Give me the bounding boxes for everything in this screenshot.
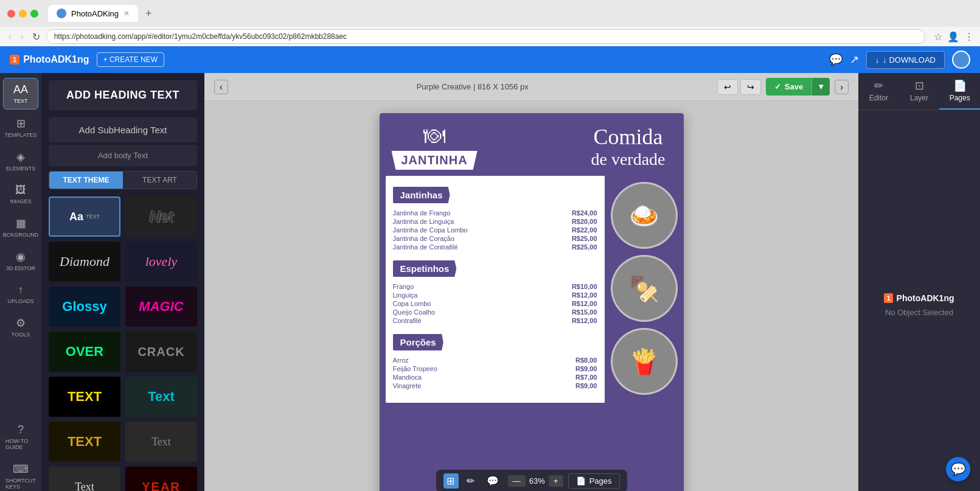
forward-btn[interactable]: › xyxy=(18,30,26,43)
tab-close-btn[interactable]: ✕ xyxy=(123,9,130,18)
text-style-default[interactable]: Aa TEXT xyxy=(49,197,120,237)
pages-button[interactable]: 📄 Pages xyxy=(568,473,620,489)
browser-maximize-btn[interactable] xyxy=(30,10,38,18)
text-style-text-gray[interactable]: Text xyxy=(125,422,197,462)
shortcuts-icon: ⌨ xyxy=(13,462,29,476)
canvas-next-btn[interactable]: › xyxy=(835,80,849,94)
howto-label: How-To Guide xyxy=(5,438,36,450)
text-style-over[interactable]: OVER xyxy=(49,332,120,372)
address-bar[interactable]: https://photoadking.com/app/#/editor/1ym… xyxy=(46,29,925,44)
save-main-button[interactable]: ✓ Save xyxy=(766,78,811,96)
tab-pages[interactable]: 📄 Pages xyxy=(939,73,980,110)
item-price: R$12,00 xyxy=(572,291,597,299)
tab-text-art[interactable]: TEXT ART xyxy=(123,172,196,189)
item-name: Linguiça xyxy=(393,291,418,299)
glossy-preview: Glossy xyxy=(62,299,106,315)
right-panel-content: 1 PhotoADK1ng No Object Selected xyxy=(858,110,980,491)
user-avatar[interactable] xyxy=(952,50,970,69)
profile-icon[interactable]: 👤 xyxy=(947,31,959,43)
tab-layer[interactable]: ⊡ Layer xyxy=(899,73,940,110)
text-style-diamond[interactable]: Diamond xyxy=(49,242,120,282)
sidebar-item-howto[interactable]: ? How-To Guide xyxy=(3,419,38,455)
sidebar-item-tools[interactable]: ⚙ TOOLS xyxy=(3,312,38,343)
menu-item: Queijo Coalho R$15,00 xyxy=(393,308,597,316)
text-style-text-teal[interactable]: Text xyxy=(125,377,197,417)
browser-minimize-btn[interactable] xyxy=(19,10,27,18)
tab-editor[interactable]: ✏ Editor xyxy=(858,73,899,110)
back-btn[interactable]: ‹ xyxy=(6,30,14,43)
browser-tab[interactable]: PhotoADKing ✕ xyxy=(48,5,138,22)
text-style-lovely[interactable]: lovely xyxy=(125,242,197,282)
item-price: R$22,00 xyxy=(572,226,597,234)
app-header: 1 PhotoADK1ng + CREATE NEW 💬 ↗ ↓ ↓ DOWNL… xyxy=(0,46,980,73)
new-tab-btn[interactable]: + xyxy=(145,8,152,19)
menu-item: Jantinha de Coração R$25,00 xyxy=(393,235,597,242)
url-text: https://photoadking.com/app/#/editor/1ym… xyxy=(54,32,347,41)
add-body-button[interactable]: Add body Text xyxy=(49,145,197,166)
grid-view-btn[interactable]: ⊞ xyxy=(443,473,458,489)
pages-label: Pages xyxy=(589,476,612,486)
item-name: Jantinha de Linguiça xyxy=(393,218,454,225)
item-price: R$25,00 xyxy=(572,243,597,251)
sidebar-item-text[interactable]: Aa TEXT xyxy=(3,78,38,110)
text-style-text-yellow[interactable]: TEXT xyxy=(49,377,120,417)
menu-body: Jantinhas Jantinha de Frango R$24,00 Jan… xyxy=(380,176,684,403)
text-style-magic[interactable]: MAGIC xyxy=(125,287,197,327)
design-canvas[interactable]: 🍽 JANTINHA Comida de verdade xyxy=(380,113,684,491)
sidebar-item-uploads[interactable]: ↑ UPLOADS xyxy=(3,279,38,309)
comments-icon-btn[interactable]: 💬 xyxy=(829,53,843,66)
add-subheading-button[interactable]: Add SubHeading Text xyxy=(49,117,197,142)
item-price: R$25,00 xyxy=(572,235,597,242)
porcoes-label: Porções xyxy=(400,337,436,347)
browser-action-icons: ☆ 👤 ⋮ xyxy=(934,31,974,43)
redo-button[interactable]: ↪ xyxy=(740,79,761,95)
zoom-in-btn[interactable]: + xyxy=(549,475,563,487)
menu-item: Jantinha de Linguiça R$20,00 xyxy=(393,218,597,225)
text-teal-preview: Text xyxy=(148,389,175,405)
text-style-year[interactable]: YEAR xyxy=(125,467,197,491)
create-new-button[interactable]: + CREATE NEW xyxy=(97,52,164,67)
browser-close-btn[interactable] xyxy=(7,10,15,18)
undo-button[interactable]: ↩ xyxy=(717,79,738,95)
menu-section-jantinhas: Jantinhas Jantinha de Frango R$24,00 Jan… xyxy=(393,183,597,251)
sidebar-item-images[interactable]: 🖼 IMAGES xyxy=(3,179,38,209)
tab-text-theme[interactable]: TEXT THEME xyxy=(49,172,123,189)
item-price: R$12,00 xyxy=(572,300,597,307)
sidebar-item-shortcuts[interactable]: ⌨ Shortcut Keys xyxy=(3,458,38,491)
item-name: Copa Lombo xyxy=(393,300,431,307)
text-style-net[interactable]: Net xyxy=(125,197,197,237)
text-style-glossy[interactable]: Glossy xyxy=(49,287,120,327)
sidebar-item-background[interactable]: ▦ BCKGROUND xyxy=(3,212,38,243)
text-style-crack[interactable]: CRACK xyxy=(125,332,197,372)
menu-icon[interactable]: ⋮ xyxy=(964,31,974,43)
sidebar-item-3d-editor[interactable]: ◉ 3D EDITOR xyxy=(3,245,38,276)
menu-item: Vinagrete R$9,00 xyxy=(393,382,597,389)
food-image-3: 🍟 xyxy=(611,328,678,395)
uploads-label: UPLOADS xyxy=(7,298,33,304)
canvas-prev-btn[interactable]: ‹ xyxy=(214,80,228,94)
download-button[interactable]: ↓ ↓ DOWNLOAD xyxy=(866,51,945,69)
text-style-default-label: Aa xyxy=(69,211,83,223)
bookmark-icon[interactable]: ☆ xyxy=(934,31,942,43)
canvas-area: ‹ Purple Creative | 816 X 1056 px ↩ ↪ ✓ … xyxy=(204,73,858,491)
refresh-btn[interactable]: ↻ xyxy=(30,30,43,44)
item-name: Mandioca xyxy=(393,374,422,381)
zoom-out-btn[interactable]: — xyxy=(507,475,525,487)
add-heading-button[interactable]: ADD HEADING TEXT xyxy=(49,80,197,110)
save-dropdown-button[interactable]: ▼ xyxy=(811,78,830,96)
sidebar-item-templates[interactable]: ⊞ TEMPLATES xyxy=(3,112,38,143)
menu-item: Mandioca R$7,00 xyxy=(393,374,597,381)
chat-icon: 💬 xyxy=(951,462,966,476)
add-subheading-label: Add SubHeading Text xyxy=(79,125,167,135)
create-new-label: + CREATE NEW xyxy=(103,55,158,64)
lovely-preview: lovely xyxy=(145,254,178,270)
text-style-text-gold[interactable]: TEXT xyxy=(49,422,120,462)
text-style-text-light[interactable]: Text xyxy=(49,467,120,491)
share-icon-btn[interactable]: ↗ xyxy=(850,53,859,66)
comment-btn[interactable]: 💬 xyxy=(483,473,502,489)
eraser-btn[interactable]: ✏ xyxy=(463,473,478,489)
chat-bubble-btn[interactable]: 💬 xyxy=(946,457,970,481)
sidebar-item-elements[interactable]: ◈ ELEMENTS xyxy=(3,145,38,176)
add-body-label: Add body Text xyxy=(98,151,148,160)
menu-logo-area: 🍽 JANTINHA xyxy=(392,123,478,170)
